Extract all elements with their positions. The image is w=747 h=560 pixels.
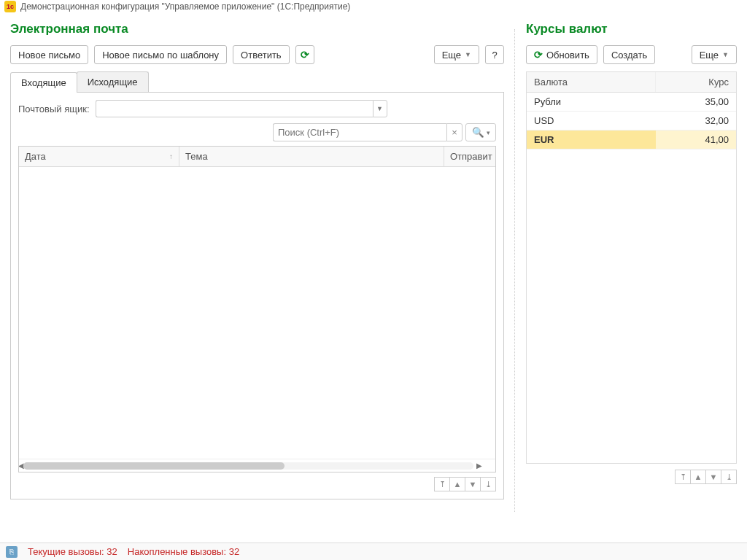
more-button[interactable]: Еще▼ xyxy=(434,45,479,64)
email-tabs: Входящие Исходящие xyxy=(10,71,504,93)
email-nav-buttons: ⤒ ▲ ▼ ⤓ xyxy=(18,477,496,491)
email-grid-body[interactable] xyxy=(19,167,495,459)
chevron-down-icon: ▼ xyxy=(722,51,729,58)
clear-search-button[interactable]: × xyxy=(446,123,462,141)
cell-rate: 41,00 xyxy=(656,131,736,149)
more-label: Еще xyxy=(442,50,461,61)
accumulated-calls: Накопленные вызовы: 32 xyxy=(128,546,239,557)
search-icon: 🔍 xyxy=(472,127,484,138)
sort-asc-icon: ↑ xyxy=(169,152,173,160)
rates-pane: Курсы валют ⟳ Обновить Создать Еще▼ Валю… xyxy=(525,13,737,518)
cell-rate: 35,00 xyxy=(656,93,736,111)
nav-last-button[interactable]: ⤓ xyxy=(480,477,496,491)
col-sender[interactable]: Отправит xyxy=(444,147,495,166)
status-bar: ⎘ Текущие вызовы: 32 Накопленные вызовы:… xyxy=(0,542,747,560)
status-icon: ⎘ xyxy=(6,546,18,558)
cell-currency: EUR xyxy=(527,131,656,149)
mailbox-input[interactable] xyxy=(96,100,373,117)
col-date[interactable]: Дата ↑ xyxy=(19,147,179,166)
col-subject[interactable]: Тема xyxy=(179,147,444,166)
email-heading: Электронная почта xyxy=(10,22,504,36)
search-input[interactable] xyxy=(273,123,446,141)
rates-refresh-button[interactable]: ⟳ Обновить xyxy=(526,45,597,64)
tab-outbox[interactable]: Исходящие xyxy=(77,71,149,92)
nav-up-button[interactable]: ▲ xyxy=(690,470,706,484)
titlebar: 1c Демонстрационная конфигурация "Управл… xyxy=(0,0,747,13)
chevron-down-icon: ▼ xyxy=(376,105,383,112)
email-toolbar: Новое письмо Новое письмо по шаблону Отв… xyxy=(10,45,504,64)
chevron-down-icon: ▼ xyxy=(465,51,471,58)
cell-rate: 32,00 xyxy=(656,112,736,130)
rates-toolbar: ⟳ Обновить Создать Еще▼ xyxy=(526,45,737,64)
window-title: Демонстрационная конфигурация "Управляем… xyxy=(20,1,350,12)
tab-inbox[interactable]: Входящие xyxy=(10,72,77,93)
mailbox-dropdown-button[interactable]: ▼ xyxy=(373,100,387,117)
new-from-template-button[interactable]: Новое письмо по шаблону xyxy=(94,45,227,64)
col-currency[interactable]: Валюта xyxy=(527,72,656,92)
rates-more-button[interactable]: Еще▼ xyxy=(692,45,737,64)
email-pane: Электронная почта Новое письмо Новое пис… xyxy=(10,13,504,518)
nav-last-button[interactable]: ⤓ xyxy=(721,470,737,484)
horizontal-scrollbar[interactable]: ◀ ▶ xyxy=(19,459,495,472)
chevron-down-icon: ▾ xyxy=(487,129,490,136)
nav-down-button[interactable]: ▼ xyxy=(465,477,481,491)
current-calls: Текущие вызовы: 32 xyxy=(28,546,117,557)
scroll-right-icon: ▶ xyxy=(476,462,482,470)
rates-row[interactable]: USD32,00 xyxy=(527,112,736,131)
current-calls-value: 32 xyxy=(107,546,117,557)
search-button[interactable]: 🔍 ▾ xyxy=(465,123,496,141)
email-grid: Дата ↑ Тема Отправит ◀ ▶ xyxy=(18,146,496,472)
rates-refresh-label: Обновить xyxy=(546,50,589,61)
rates-nav-buttons: ⤒ ▲ ▼ ⤓ xyxy=(526,470,737,484)
app-logo-icon: 1c xyxy=(4,1,16,12)
accumulated-calls-label: Накопленные вызовы: xyxy=(128,546,226,557)
mailbox-label: Почтовый ящик: xyxy=(18,104,90,114)
rates-row[interactable]: Рубли35,00 xyxy=(527,93,736,112)
accumulated-calls-value: 32 xyxy=(229,546,239,557)
col-date-label: Дата xyxy=(25,151,46,162)
rates-more-label: Еще xyxy=(700,50,719,61)
tab-body: Почтовый ящик: ▼ × 🔍 ▾ xyxy=(10,93,504,499)
col-rate[interactable]: Курс xyxy=(656,72,736,92)
rates-row[interactable]: EUR41,00 xyxy=(527,131,736,149)
refresh-icon: ⟳ xyxy=(534,49,543,61)
rates-create-button[interactable]: Создать xyxy=(603,45,655,64)
help-button[interactable]: ? xyxy=(485,45,504,64)
cell-currency: Рубли xyxy=(527,93,656,111)
nav-first-button[interactable]: ⤒ xyxy=(675,470,691,484)
scrollbar-thumb[interactable] xyxy=(23,462,285,470)
nav-up-button[interactable]: ▲ xyxy=(449,477,465,491)
rates-heading: Курсы валют xyxy=(526,22,737,36)
nav-down-button[interactable]: ▼ xyxy=(705,470,721,484)
refresh-icon: ⟳ xyxy=(301,49,309,61)
reply-button[interactable]: Ответить xyxy=(233,45,290,64)
cell-currency: USD xyxy=(527,112,656,130)
current-calls-label: Текущие вызовы: xyxy=(28,546,104,557)
nav-first-button[interactable]: ⤒ xyxy=(434,477,450,491)
rates-grid: Валюта Курс Рубли35,00USD32,00EUR41,00 xyxy=(526,71,737,464)
refresh-button[interactable]: ⟳ xyxy=(295,45,314,64)
rates-grid-blank[interactable] xyxy=(527,149,736,463)
new-message-button[interactable]: Новое письмо xyxy=(10,45,88,64)
